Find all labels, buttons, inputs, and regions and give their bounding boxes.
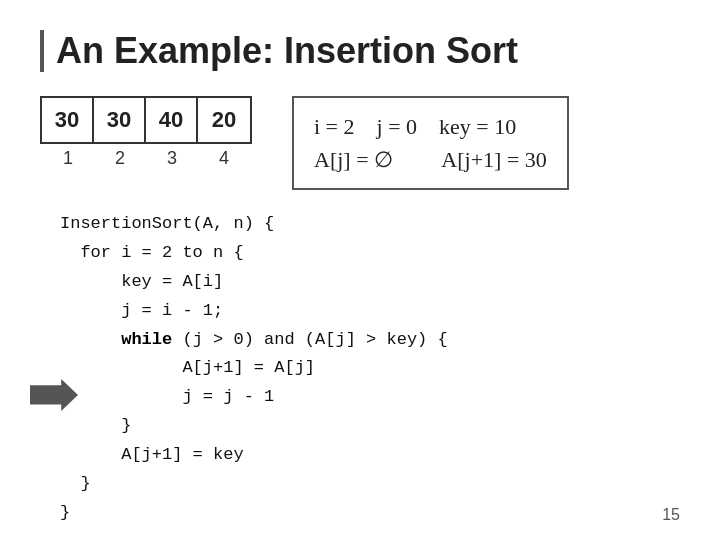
info-line-2: A[j] = ∅ A[j+1] = 30 xyxy=(314,143,547,176)
array-cells: 30 30 40 20 xyxy=(40,96,252,144)
array-cell-3: 40 xyxy=(146,98,198,142)
code-section: InsertionSort(A, n) { for i = 2 to n { k… xyxy=(40,210,680,528)
keyword-while: while xyxy=(121,330,172,349)
array-cell-1: 30 xyxy=(42,98,94,142)
array-index-2: 2 xyxy=(94,148,146,169)
array-index-3: 3 xyxy=(146,148,198,169)
arrow-icon xyxy=(30,379,78,411)
page-number: 15 xyxy=(662,506,680,524)
arrow-container xyxy=(30,379,78,415)
array-cell-4: 20 xyxy=(198,98,250,142)
keyword-and: and xyxy=(264,330,295,349)
slide-title: An Example: Insertion Sort xyxy=(40,30,680,72)
top-section: 30 30 40 20 1 2 3 4 i = 2 j = 0 key = 10… xyxy=(40,96,680,190)
info-line-1: i = 2 j = 0 key = 10 xyxy=(314,110,547,143)
array-container: 30 30 40 20 1 2 3 4 xyxy=(40,96,252,169)
array-index-1: 1 xyxy=(42,148,94,169)
code-block: InsertionSort(A, n) { for i = 2 to n { k… xyxy=(60,210,680,528)
keyword-to: to xyxy=(182,243,202,262)
array-cell-2: 30 xyxy=(94,98,146,142)
array-indices: 1 2 3 4 xyxy=(42,148,250,169)
content-area: 30 30 40 20 1 2 3 4 i = 2 j = 0 key = 10… xyxy=(40,96,680,528)
array-index-4: 4 xyxy=(198,148,250,169)
slide: An Example: Insertion Sort 30 30 40 20 1… xyxy=(0,0,720,540)
info-box: i = 2 j = 0 key = 10 A[j] = ∅ A[j+1] = 3… xyxy=(292,96,569,190)
